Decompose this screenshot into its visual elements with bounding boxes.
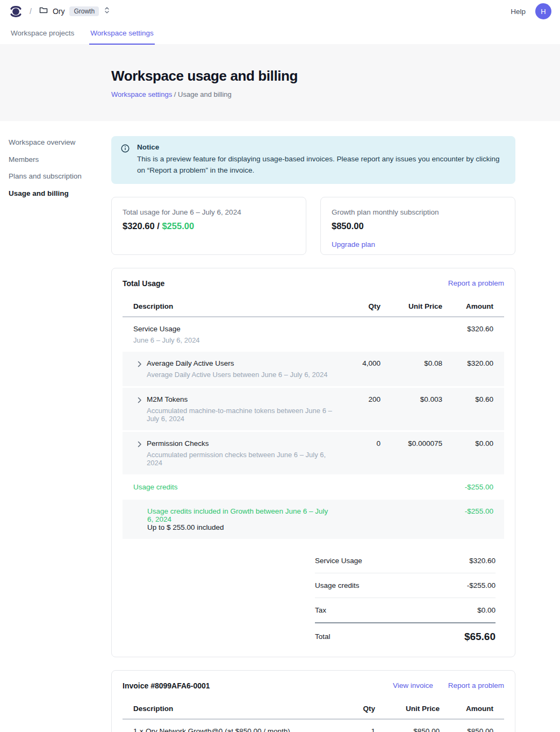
- usage-credit-amount: $255.00: [162, 221, 194, 231]
- chevron-right-icon[interactable]: [138, 397, 142, 423]
- sidebar-item-members[interactable]: Members: [9, 154, 103, 165]
- report-problem-link-invoice[interactable]: Report a problem: [448, 681, 504, 690]
- service-usage-row: Service Usage June 6 – July 6, 2024 $320…: [123, 317, 504, 352]
- breadcrumb: Workspace settings / Usage and billing: [111, 90, 560, 98]
- invoice-table-header: Description Qty Unit Price Amount: [123, 699, 504, 720]
- total-label: Total: [315, 632, 331, 641]
- usage-table: Description Qty Unit Price Amount Servic…: [123, 297, 504, 643]
- help-link[interactable]: Help: [511, 8, 526, 16]
- subscription-value: $850.00: [332, 221, 504, 231]
- line-item-amount: $0.60: [442, 395, 493, 403]
- usage-credits-amount: -$255.00: [442, 483, 493, 491]
- usage-separator: /: [155, 221, 162, 231]
- topbar: / Ory Growth Help H: [0, 0, 560, 23]
- col-amount: Amount: [442, 302, 493, 310]
- summary-label: Service Usage: [315, 557, 362, 565]
- summary-row-service-usage: Service Usage $320.60: [315, 549, 496, 573]
- credits-detail-subtitle: Up to $ 255.00 included: [147, 523, 332, 531]
- line-item-qty: 4,000: [332, 359, 380, 367]
- settings-sidebar: Workspace overview Members Plans and sub…: [9, 137, 103, 198]
- invoice-line-title: 1 × Ory Network Growth@0 (at $850.00 / m…: [133, 727, 324, 732]
- credits-detail-amount: -$255.00: [442, 507, 493, 531]
- line-item-title: Permission Checks: [147, 439, 332, 447]
- subscription-card: Growth plan monthly subscription $850.00…: [320, 197, 515, 255]
- usage-credits-title: Usage credits: [133, 483, 332, 491]
- summary-row-usage-credits: Usage credits -$255.00: [315, 573, 496, 598]
- notice-banner: Notice This is a preview feature for dis…: [111, 136, 515, 184]
- usage-amount: $320.60: [123, 221, 155, 231]
- total-usage-panel-title: Total Usage: [123, 279, 164, 288]
- usage-credits-detail-row: Usage credits included in Growth between…: [123, 500, 504, 539]
- invoice-title: Invoice #8099AFA6-0001: [123, 681, 210, 690]
- chevron-right-icon[interactable]: [138, 361, 142, 379]
- view-invoice-link[interactable]: View invoice: [393, 681, 433, 690]
- service-usage-title: Service Usage: [133, 325, 332, 333]
- total-usage-card: Total usage for June 6 – July 6, 2024 $3…: [111, 197, 306, 255]
- credits-detail-title: Usage credits included in Growth between…: [147, 507, 332, 523]
- invoice-line-qty: 1: [324, 727, 375, 732]
- tab-workspace-settings[interactable]: Workspace settings: [89, 23, 155, 45]
- col-description: Description: [133, 705, 324, 713]
- line-item-qty: 200: [332, 395, 380, 403]
- main-area: Workspace overview Members Plans and sub…: [0, 121, 560, 732]
- workspace-name: Ory: [53, 7, 65, 16]
- line-item-unit-price: $0.000075: [380, 439, 442, 447]
- notice-body: This is a preview feature for displaying…: [137, 154, 506, 176]
- page-title: Workspace usage and billing: [111, 68, 560, 84]
- line-item-qty: 0: [332, 439, 380, 447]
- line-item-unit-price: $0.003: [380, 395, 442, 403]
- tabbar: Workspace projects Workspace settings: [0, 23, 560, 44]
- tab-workspace-projects[interactable]: Workspace projects: [10, 23, 75, 45]
- chevron-right-icon[interactable]: [138, 441, 142, 467]
- upgrade-plan-link[interactable]: Upgrade plan: [332, 240, 375, 248]
- line-item-subtitle: Average Daily Active Users between June …: [147, 371, 328, 379]
- usage-table-header: Description Qty Unit Price Amount: [123, 297, 504, 317]
- ory-logo-icon[interactable]: [10, 5, 22, 18]
- line-item-amount: $0.00: [442, 439, 493, 447]
- service-usage-amount: $320.60: [442, 325, 493, 333]
- plan-badge: Growth: [69, 6, 99, 16]
- summary-label: Usage credits: [315, 581, 360, 589]
- report-problem-link-usage[interactable]: Report a problem: [448, 279, 504, 287]
- summary-row-tax: Tax $0.00: [315, 598, 496, 623]
- breadcrumb-link-workspace-settings[interactable]: Workspace settings: [111, 90, 172, 98]
- col-unit-price: Unit Price: [375, 705, 440, 713]
- line-item-title: M2M Tokens: [147, 395, 332, 403]
- line-item-m2m: M2M Tokens Accumulated machine-to-machin…: [123, 388, 504, 430]
- sidebar-item-usage-and-billing[interactable]: Usage and billing: [9, 188, 103, 199]
- content-column: Notice This is a preview feature for dis…: [111, 136, 515, 732]
- line-item-permission-checks: Permission Checks Accumulated permission…: [123, 432, 504, 474]
- line-item-subtitle: Accumulated machine-to-machine tokens be…: [147, 407, 332, 423]
- col-qty: Qty: [332, 302, 380, 310]
- invoice-line-amount: $850.00: [440, 727, 493, 732]
- avatar[interactable]: H: [535, 3, 551, 19]
- usage-summary: Service Usage $320.60 Usage credits -$25…: [315, 549, 496, 643]
- folder-icon: [39, 6, 48, 16]
- sidebar-item-workspace-overview[interactable]: Workspace overview: [9, 137, 103, 148]
- line-item-unit-price: $0.08: [380, 359, 442, 367]
- invoice-line-unit-price: $850.00: [375, 727, 440, 732]
- invoice-panel: Invoice #8099AFA6-0001 View invoice Repo…: [111, 670, 515, 732]
- summary-value: $0.00: [477, 606, 496, 614]
- col-description: Description: [133, 302, 332, 310]
- page-header: Workspace usage and billing Workspace se…: [0, 44, 560, 121]
- total-usage-panel: Total Usage Report a problem Description…: [111, 268, 515, 657]
- col-unit-price: Unit Price: [380, 302, 442, 310]
- summary-row-total: Total $65.60: [315, 623, 496, 643]
- workspace-switcher[interactable]: Ory Growth: [39, 6, 110, 17]
- summary-value: -$255.00: [467, 581, 496, 589]
- total-usage-value: $320.60 / $255.00: [123, 221, 295, 231]
- line-item-adau: Average Daily Active Users Average Daily…: [123, 352, 504, 386]
- usage-credits-row: Usage credits -$255.00: [123, 474, 504, 500]
- invoice-table: Description Qty Unit Price Amount 1 × Or…: [123, 699, 504, 732]
- summary-value: $320.60: [469, 557, 496, 565]
- info-icon: [121, 144, 130, 176]
- stat-cards: Total usage for June 6 – July 6, 2024 $3…: [111, 197, 515, 255]
- sidebar-item-plans-and-subscription[interactable]: Plans and subscription: [9, 171, 103, 182]
- col-amount: Amount: [440, 705, 493, 713]
- line-item-title: Average Daily Active Users: [147, 359, 328, 367]
- chevron-updown-icon: [104, 6, 110, 17]
- line-item-amount: $320.00: [442, 359, 493, 367]
- breadcrumb-separator: /: [30, 7, 32, 16]
- invoice-line-row: 1 × Ory Network Growth@0 (at $850.00 / m…: [123, 720, 504, 732]
